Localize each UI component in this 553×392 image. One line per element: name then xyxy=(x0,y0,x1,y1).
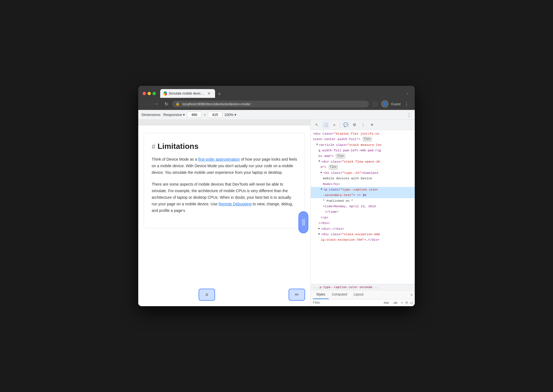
tab-layout[interactable]: Layout xyxy=(350,290,367,299)
title-bar: Simulate mobile devices with D ✕ + ˅ xyxy=(138,86,415,98)
resize-handle-right[interactable] xyxy=(298,211,308,233)
cls-button[interactable]: .cls xyxy=(392,300,399,305)
bottom-menu-button[interactable]: ≡ xyxy=(199,289,215,301)
tab-computed[interactable]: Computed xyxy=(329,290,350,299)
zoom-value: 100% xyxy=(224,113,233,117)
more-icon: » xyxy=(333,123,335,127)
html-line: g width-full pad-left-400 pad-rig xyxy=(311,148,415,153)
html-line: </p> xyxy=(311,215,415,220)
triangle-icon[interactable] xyxy=(321,187,322,192)
close-button[interactable] xyxy=(143,92,146,95)
triangle-icon[interactable] xyxy=(318,226,320,231)
html-line: <div class="stack-exception-600 xyxy=(311,232,415,237)
second-paragraph: There are some aspects of mobile devices… xyxy=(152,181,297,214)
breadcrumb-selector[interactable]: p.type--caption.color-seconda xyxy=(320,285,372,289)
browser-menu-button[interactable]: ⋮ xyxy=(403,100,410,108)
handle-lines xyxy=(303,219,304,226)
first-order-link[interactable]: first-order approximation xyxy=(198,157,240,161)
devtools-kebab-button[interactable]: ⋮ xyxy=(359,121,367,129)
html-line: 0"> flex xyxy=(311,164,415,170)
html-panel[interactable]: <div class="display-flex justify-co nten… xyxy=(311,130,415,284)
html-line-selected[interactable]: <p class="type--caption color xyxy=(311,187,415,192)
kebab-icon: ⋮ xyxy=(361,123,365,127)
tab-favicon xyxy=(163,91,167,96)
url-text: localhost:8080/docs/devtools/device-mode… xyxy=(182,102,251,106)
copy-style-icon[interactable]: ⎘ xyxy=(406,300,408,305)
tabs-area: Simulate mobile devices with D ✕ + ˅ xyxy=(160,89,410,98)
tab-more-button[interactable]: ˅ xyxy=(404,92,410,98)
zoom-dropdown[interactable]: 100% ▾ xyxy=(224,113,236,117)
triangle-icon[interactable] xyxy=(318,159,320,164)
html-line-selected: -secondary-text"> == $0 xyxy=(311,192,415,198)
triangle-icon[interactable] xyxy=(316,143,318,147)
breadcrumb-ellipsis-end: ... xyxy=(373,285,379,289)
styles-filter-bar: :hov .cls + ⎘ ◁ xyxy=(311,299,415,306)
traffic-lights xyxy=(143,92,156,95)
devtools-close-button[interactable]: ✕ xyxy=(368,121,376,129)
console-button[interactable]: 💬 xyxy=(342,121,349,129)
back-button[interactable]: ← xyxy=(143,100,150,108)
ruler-top xyxy=(138,120,311,125)
dimensions-dropdown[interactable]: Responsive ▾ xyxy=(163,113,185,117)
html-line: </div> xyxy=(311,220,415,226)
computed-style-icon[interactable]: ◁ xyxy=(410,300,413,305)
handle-line-2 xyxy=(304,219,304,226)
html-line: <div class="stack flow-space-20 xyxy=(311,159,415,164)
html-line: </time> xyxy=(311,209,415,215)
bottom-edit-button[interactable]: ✏ xyxy=(289,289,305,301)
article-card: # Limitations Think of Device Mode as a … xyxy=(144,133,305,228)
styles-filter-input[interactable] xyxy=(313,301,380,305)
refresh-button[interactable]: ↻ xyxy=(162,100,170,108)
new-tab-button[interactable]: + xyxy=(216,90,223,98)
triangle-icon[interactable] xyxy=(321,171,322,175)
html-line: <article class="stack measure-lon xyxy=(311,142,415,148)
html-line: <div>…</div> xyxy=(311,226,415,232)
profile-button[interactable]: 👤 xyxy=(381,100,389,108)
edit-icon: ✏ xyxy=(295,292,299,298)
add-style-button[interactable]: + xyxy=(400,300,404,305)
page-inner[interactable]: # Limitations Think of Device Mode as a … xyxy=(138,125,311,306)
zoom-arrow-icon: ▾ xyxy=(235,113,236,117)
bottom-controls: ≡ ✏ xyxy=(138,289,311,301)
close-icon: ✕ xyxy=(370,123,374,127)
more-tools-button[interactable]: » xyxy=(331,121,338,129)
dropdown-arrow-icon: ▾ xyxy=(183,113,185,117)
toolbar-more-button[interactable]: ⋮ xyxy=(407,112,411,118)
heading-text: Limitations xyxy=(157,142,198,151)
cursor-tool-button[interactable]: ↖ xyxy=(313,121,321,129)
width-input[interactable]: 480 xyxy=(187,112,201,118)
styles-more-button[interactable]: » xyxy=(411,293,413,297)
html-line: " Published on " xyxy=(311,198,415,204)
dimensions-label: Dimensions: xyxy=(142,113,161,117)
hov-button[interactable]: :hov xyxy=(382,300,390,305)
profile-icon: 👤 xyxy=(383,102,387,106)
breadcrumb-bar: ... p.type--caption.color-seconda ... xyxy=(311,284,415,290)
active-tab[interactable]: Simulate mobile devices with D ✕ xyxy=(160,89,215,98)
forward-button[interactable]: → xyxy=(153,100,160,108)
cursor-icon: ↖ xyxy=(315,123,318,127)
maximize-button[interactable] xyxy=(153,92,156,95)
menu-icon: ≡ xyxy=(205,292,208,298)
profile-label: Guest xyxy=(391,102,400,106)
remote-debugging-link[interactable]: Remote Debugging xyxy=(219,202,252,206)
devtools-header: ↖ ⬜ » 💬 ⚙ ⋮ ✕ xyxy=(311,120,415,130)
styles-tabs: Styles Computed Layout » xyxy=(311,290,415,299)
first-paragraph: Think of Device Mode as a first-order ap… xyxy=(152,156,297,176)
height-input[interactable]: 415 xyxy=(208,112,222,118)
console-icon: 💬 xyxy=(343,123,348,127)
minimize-button[interactable] xyxy=(148,92,151,95)
settings-button[interactable]: ⚙ xyxy=(351,121,358,129)
tab-close-icon[interactable]: ✕ xyxy=(207,91,211,96)
device-icon: ⬜ xyxy=(323,123,328,127)
window-toggle-icon[interactable]: ⬛ xyxy=(371,100,379,108)
main-area: # Limitations Think of Device Mode as a … xyxy=(138,120,415,306)
settings-icon: ⚙ xyxy=(353,123,356,127)
address-wrapper[interactable]: 🔒 localhost:8080/docs/devtools/device-mo… xyxy=(172,101,369,107)
html-line: ntent-center width-full"> flex xyxy=(311,137,415,142)
triangle-icon[interactable] xyxy=(318,232,320,236)
html-line: <h1 class="type--h2">Simulate xyxy=(311,170,415,176)
device-mode-button[interactable]: ⬜ xyxy=(322,121,329,129)
tab-styles[interactable]: Styles xyxy=(313,290,329,299)
tab-title: Simulate mobile devices with D xyxy=(169,92,205,95)
heading-hash: # xyxy=(152,143,155,150)
